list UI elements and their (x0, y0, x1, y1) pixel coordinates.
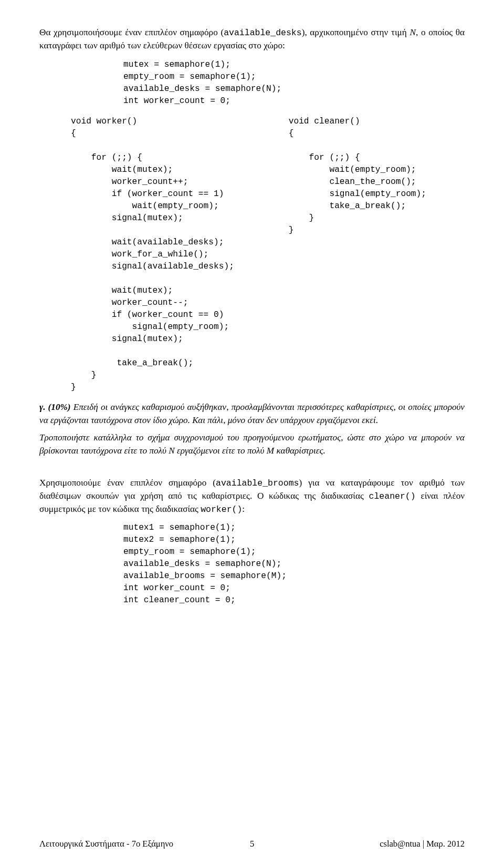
code-inline: worker() (201, 504, 242, 514)
code-inline: available_brooms (216, 478, 299, 488)
code-two-column: void worker() { for (;;) { wait(mutex); … (39, 116, 465, 394)
question-c-paragraph-1: γ. (10%) Επειδή οι ανάγκες καθαρισμού αυ… (39, 401, 465, 427)
text: : (242, 504, 245, 514)
intro-paragraph: Θα χρησιμοποιήσουμε έναν επιπλέον σημαφό… (39, 26, 465, 53)
text: Θα χρησιμοποιήσουμε έναν επιπλέον σημαφό… (39, 27, 224, 37)
question-text: καθαρίστριες. (274, 446, 326, 456)
spacer (39, 462, 465, 477)
document-page: Θα χρησιμοποιήσουμε έναν επιπλέον σημαφό… (0, 0, 504, 865)
text: Χρησιμοποιούμε έναν επιπλέον σημαφόρο ( (39, 478, 216, 488)
init-code-block-2: mutex1 = semaphore(1); mutex2 = semaphor… (123, 522, 465, 606)
math-var: M (267, 446, 274, 456)
question-c-paragraph-2: Τροποποιήστε κατάλληλα το σχήμα συγχρονι… (39, 431, 465, 458)
worker-code-column: void worker() { for (;;) { wait(mutex); … (71, 116, 268, 394)
math-var: N (169, 446, 174, 456)
code-inline: available_desks (224, 28, 302, 38)
footer-page-number: 5 (39, 839, 465, 849)
question-text: εργαζόμενοι είτε το πολύ (175, 446, 267, 456)
page-footer: Λειτουργικά Συστήματα - 7ο Εξάμηνο 5 csl… (39, 839, 465, 849)
init-code-block-1: mutex = semaphore(1); empty_room = semap… (123, 59, 465, 107)
question-text: Επειδή οι ανάγκες καθαρισμού αυξήθηκαν, … (39, 402, 465, 425)
answer-paragraph: Χρησιμοποιούμε έναν επιπλέον σημαφόρο (a… (39, 477, 465, 516)
code-inline: cleaner() (369, 491, 416, 501)
question-label: γ. (10%) (39, 402, 71, 412)
math-var: N (410, 27, 415, 37)
cleaner-code-column: void cleaner() { for (;;) { wait(empty_r… (289, 116, 465, 394)
text: ), αρχικοποιημένο στην τιμή (302, 27, 410, 37)
